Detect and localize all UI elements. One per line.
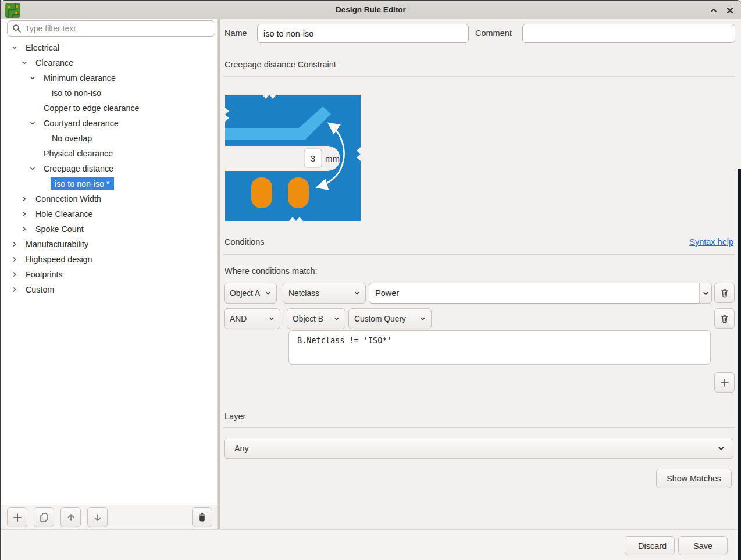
netclass-value-input[interactable]	[369, 283, 699, 304]
tree-item-label: iso to non-iso *	[51, 177, 114, 190]
delete-condition-b-button[interactable]	[714, 308, 735, 329]
conditions-section-heading: Conditions	[225, 237, 265, 247]
add-condition-button[interactable]	[714, 372, 735, 393]
move-down-button[interactable]	[87, 507, 108, 527]
dropdown-label: Custom Query	[354, 315, 406, 323]
pad-shape	[288, 177, 309, 208]
chevron-down-icon[interactable]	[18, 59, 31, 66]
trash-icon	[720, 288, 729, 298]
object-a-dropdown[interactable]: Object A	[224, 283, 277, 304]
comment-label: Comment	[475, 28, 512, 38]
tree-item[interactable]: Manufacturability	[1, 237, 217, 252]
dropdown-label: Object A	[230, 289, 260, 298]
tree-item-label: Footprints	[24, 268, 64, 281]
chevron-right-icon[interactable]	[8, 271, 21, 278]
chevron-right-icon[interactable]	[8, 256, 21, 263]
tree-item-label: Connection Width	[34, 192, 102, 205]
duplicate-rule-button[interactable]	[34, 507, 54, 527]
tree-item[interactable]: Minimum clearance	[1, 70, 217, 85]
creepage-value[interactable]: 3	[311, 154, 315, 163]
duplicate-icon	[39, 512, 49, 523]
divider	[223, 254, 735, 255]
background-window-edge	[738, 169, 741, 560]
layer-select[interactable]: Any	[224, 438, 733, 459]
comment-input[interactable]	[522, 24, 735, 43]
close-icon	[726, 6, 734, 15]
search-icon	[12, 24, 22, 33]
syntax-help-link[interactable]: Syntax help	[689, 237, 733, 247]
chevron-down-icon	[334, 316, 340, 322]
tree-item-label: Manufacturability	[24, 238, 90, 251]
save-button[interactable]: Save	[678, 536, 728, 555]
close-window-button[interactable]	[725, 5, 735, 16]
chevron-up-icon	[710, 6, 718, 15]
shade-window-button[interactable]	[708, 5, 719, 16]
tree-item-label: Physical clearance	[42, 147, 114, 160]
tree-item[interactable]: Custom	[1, 282, 217, 297]
filter-input[interactable]	[25, 24, 215, 33]
layer-section-heading: Layer	[225, 412, 245, 421]
tree-item-label: Electrical	[24, 41, 60, 54]
tree-item[interactable]: Highspeed design	[1, 252, 217, 267]
object-b-dropdown[interactable]: Object B	[287, 308, 345, 329]
discard-button[interactable]: Discard	[625, 536, 675, 555]
combobox-drop-button[interactable]	[699, 283, 712, 304]
chevron-down-icon	[265, 290, 271, 296]
property-b-dropdown[interactable]: Custom Query	[348, 308, 432, 329]
trash-icon	[720, 314, 729, 323]
custom-query-editor[interactable]: B.Netclass != 'ISO*'	[288, 330, 711, 365]
design-rule-editor-window: Design Rule Editor	[0, 0, 741, 560]
divider	[223, 427, 735, 428]
dropdown-label: Object B	[293, 315, 323, 323]
chevron-down-icon[interactable]	[26, 74, 39, 81]
filter-box[interactable]	[7, 20, 215, 37]
chevron-down-icon[interactable]	[26, 165, 39, 172]
name-input[interactable]	[257, 24, 469, 43]
constraint-section-heading: Creepage distance Constraint	[225, 60, 336, 69]
show-matches-button[interactable]: Show Matches	[656, 469, 732, 488]
tree-item[interactable]: Connection Width	[1, 191, 217, 206]
tree-item[interactable]: Spoke Count	[1, 222, 217, 237]
chevron-right-icon[interactable]	[18, 226, 31, 233]
tree-item[interactable]: Physical clearance	[1, 146, 217, 161]
tree-item-label: No overlap	[51, 132, 93, 145]
chevron-right-icon[interactable]	[18, 211, 31, 217]
tree-item[interactable]: No overlap	[1, 131, 217, 146]
tree-item[interactable]: Hole Clearance	[1, 206, 217, 222]
tree-item[interactable]: Copper to edge clearance	[1, 101, 217, 116]
boolean-operator-dropdown[interactable]: AND	[224, 308, 280, 329]
add-icon	[13, 513, 22, 522]
tree-item[interactable]: Creepage distance	[1, 161, 217, 176]
chevron-down-icon[interactable]	[8, 44, 21, 51]
delete-icon	[197, 512, 207, 522]
chevron-down-icon[interactable]	[26, 120, 39, 127]
chevron-right-icon[interactable]	[8, 241, 21, 248]
rule-tree-panel: ElectricalClearanceMinimum clearanceiso …	[1, 19, 217, 529]
delete-condition-a-button[interactable]	[714, 283, 735, 303]
move-down-icon	[93, 513, 102, 522]
titlebar: Design Rule Editor	[1, 0, 741, 19]
tree-item[interactable]: iso to non-iso	[1, 85, 217, 101]
tree-item-label: Courtyard clearance	[42, 117, 120, 130]
name-label: Name	[225, 28, 247, 38]
tree-item[interactable]: iso to non-iso *	[1, 176, 217, 191]
delete-rule-button[interactable]	[192, 507, 212, 527]
chevron-right-icon[interactable]	[18, 195, 31, 202]
tree-item-label: Custom	[24, 283, 55, 296]
add-rule-button[interactable]	[7, 507, 27, 527]
add-icon	[720, 378, 729, 387]
tree-item[interactable]: Electrical	[1, 40, 217, 55]
dialog-footer: Discard Save	[1, 529, 741, 560]
move-up-button[interactable]	[60, 507, 81, 527]
chevron-down-icon	[420, 316, 426, 322]
rule-editor-panel: Name Comment Creepage distance Constrain…	[220, 19, 741, 529]
tree-item[interactable]: Clearance	[1, 55, 217, 70]
property-a-dropdown[interactable]: Netclass	[283, 283, 366, 304]
tree-item-label: iso to non-iso	[51, 87, 102, 99]
tree-item[interactable]: Footprints	[1, 267, 217, 282]
chevron-right-icon[interactable]	[8, 286, 21, 293]
conditions-match-label: Where conditions match:	[225, 266, 318, 276]
creepage-diagram: 3 mm	[225, 95, 361, 221]
tree-toolbar	[1, 505, 217, 529]
tree-item[interactable]: Courtyard clearance	[1, 116, 217, 131]
